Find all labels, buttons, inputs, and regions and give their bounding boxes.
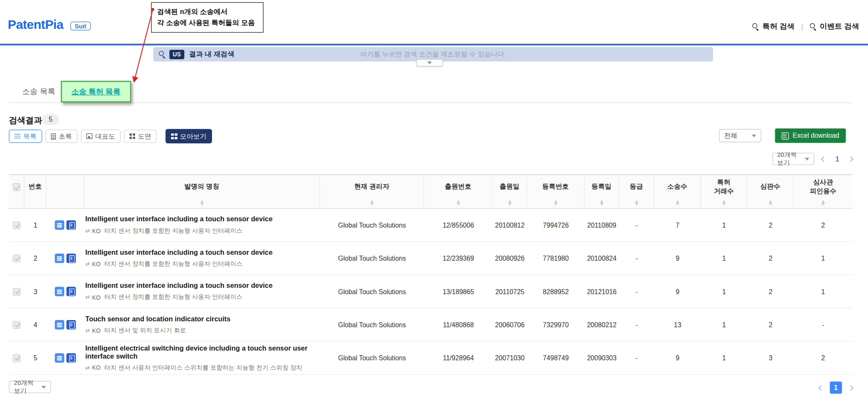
translate-icon: ⇄ (85, 327, 90, 333)
patent-doc-icon[interactable] (55, 253, 64, 263)
cell-trials: 2 (747, 288, 794, 295)
ko-lang-badge: KO (92, 327, 100, 334)
cell-icons (47, 353, 84, 362)
sort-icon[interactable] (769, 200, 772, 205)
patent-file-icon[interactable] (67, 220, 76, 230)
patent-title-sub: ⇄ KO 터치 센서 장치를 포함한 지능형 사용자 인터페이스 (85, 226, 242, 235)
cell-grade: - (619, 254, 654, 262)
cell-no: 4 (24, 321, 46, 329)
page-number[interactable]: 1 (834, 155, 841, 163)
annotation-note: 검색된 n개의 소송에서 각 소송에 사용된 특허들의 모음 (151, 2, 264, 33)
row-checkbox[interactable] (13, 288, 20, 295)
sort-icon[interactable] (200, 200, 203, 205)
page-number[interactable]: 1 (830, 382, 842, 394)
header-cell-citations: 심사관 피인용수 (794, 175, 852, 208)
page: PatentPia Suit 특허 검색 | 이벤트 검색 US 결과 내 재검… (0, 0, 868, 401)
header-app-date-label: 출원일 (500, 183, 520, 191)
cell-no: 1 (24, 221, 46, 229)
nav-patent-search[interactable]: 특허 검색 (753, 22, 795, 32)
table-row: 3 Intelligent user interface including a… (9, 275, 853, 308)
sort-icon[interactable] (634, 200, 638, 205)
header-cell-trials: 심판수 (747, 175, 794, 208)
sort-icon[interactable] (600, 200, 603, 205)
prev-page-icon[interactable] (821, 156, 826, 162)
cell-app-date: 20100812 (492, 221, 527, 229)
patent-doc-icon[interactable] (55, 353, 64, 362)
sort-icon[interactable] (676, 200, 679, 205)
header-cell-title: 발명의 명칭 (84, 175, 320, 208)
row-checkbox[interactable] (13, 321, 20, 329)
cell-citations: 1 (794, 288, 852, 295)
filter-select[interactable]: 전체 (719, 129, 761, 142)
patent-title-link[interactable]: Touch sensor and location indicator circ… (85, 315, 231, 323)
patent-doc-icon[interactable] (55, 320, 64, 329)
cell-grade: - (619, 354, 654, 362)
sort-icon[interactable] (554, 200, 557, 205)
search-panel-toggle[interactable] (416, 59, 443, 67)
patent-doc-icon[interactable] (55, 287, 64, 296)
patent-file-icon[interactable] (67, 287, 76, 296)
next-page-icon[interactable] (848, 385, 853, 390)
results-label: 검색결과 (9, 115, 42, 126)
patent-title-link[interactable]: Intelligent electrical switching device … (85, 344, 317, 361)
select-all-checkbox[interactable] (12, 183, 20, 191)
patent-title-sub: ⇄ KO 터치 센서 사용자 인터페이스 스위치를 포함하는 지능형 전기 스위… (85, 363, 302, 372)
view-drawing-label: 도면 (138, 131, 151, 141)
cell-reg-no: 8288952 (527, 288, 584, 295)
sort-icon[interactable] (456, 200, 460, 205)
excel-download-button[interactable]: Excel download (775, 128, 846, 143)
tabs-divider (9, 103, 853, 103)
header-cell-holder: 현재 권리자 (320, 175, 424, 208)
results-count-badge: 5 (42, 114, 59, 125)
header-suits-label: 소송수 (668, 183, 687, 191)
country-badge: US (170, 50, 184, 59)
cell-grade: - (619, 221, 654, 229)
page-size-select[interactable]: 20개씩 보기 (9, 381, 51, 393)
sort-icon[interactable] (508, 200, 511, 205)
patent-file-icon[interactable] (67, 253, 76, 263)
active-tab-highlight[interactable]: 소송 특허 목록 (61, 81, 131, 103)
page-size-select[interactable]: 20개씩 보기 (772, 153, 814, 165)
view-toolbar: 목록 초록 대표도 도면 모아보기 (9, 129, 212, 143)
cell-citations: 2 (794, 354, 852, 362)
cell-citations: 1 (794, 254, 852, 262)
row-checkbox[interactable] (13, 221, 20, 229)
view-list-button[interactable]: 목록 (9, 130, 42, 143)
view-abstract-button[interactable]: 초록 (45, 130, 78, 143)
patent-file-icon[interactable] (67, 320, 76, 329)
next-page-icon[interactable] (848, 156, 853, 162)
patent-title-link[interactable]: Intelligent user interface including a t… (85, 215, 273, 224)
suit-badge: Suit (70, 22, 91, 31)
cell-reg-no: 7994726 (527, 221, 584, 229)
patent-title-sub: ⇄ KO 터치 센서 장치를 포함한 지능형 사용자 인터페이스 (85, 293, 242, 301)
patent-doc-icon[interactable] (55, 220, 64, 230)
header-reg-date-label: 등록일 (592, 183, 612, 191)
patent-title-link[interactable]: Intelligent user interface including a t… (85, 282, 273, 290)
patent-file-icon[interactable] (67, 353, 76, 362)
app-logo[interactable]: PatentPia (8, 17, 63, 32)
ko-lang-badge: KO (92, 294, 100, 301)
header-cell-reg-no: 등록번호 (527, 175, 584, 208)
cell-reg-date: 20100824 (584, 254, 619, 262)
translate-icon: ⇄ (85, 294, 90, 300)
cell-suits: 9 (654, 288, 701, 295)
patent-title-link[interactable]: Intelligent user interface including a t… (85, 248, 273, 257)
sort-icon[interactable] (821, 200, 825, 205)
page-size-value: 20개씩 보기 (777, 150, 804, 167)
cell-app-no: 11/928964 (424, 354, 492, 362)
row-checkbox[interactable] (13, 254, 20, 262)
header-cell-no: 번호 (24, 175, 46, 208)
sort-icon[interactable] (722, 200, 726, 205)
prev-page-icon[interactable] (818, 385, 824, 390)
view-rep-drawing-button[interactable]: 대표도 (81, 130, 121, 143)
tab-suit-patent-list[interactable]: 소송 특허 목록 (72, 86, 121, 97)
nav-event-search[interactable]: 이벤트 검색 (810, 22, 860, 32)
patent-title-ko: 터치 센서 및 위치 표시기 회로 (104, 326, 186, 334)
view-drawing-button[interactable]: 도면 (124, 130, 157, 143)
row-checkbox[interactable] (13, 354, 20, 362)
sort-icon[interactable] (370, 200, 373, 205)
header-title-label: 발명의 명칭 (184, 183, 220, 191)
tab-suit-list[interactable]: 소송 목록 (22, 87, 55, 97)
collect-view-button[interactable]: 모아보기 (166, 129, 212, 143)
cell-reg-date: 20090303 (584, 354, 619, 362)
